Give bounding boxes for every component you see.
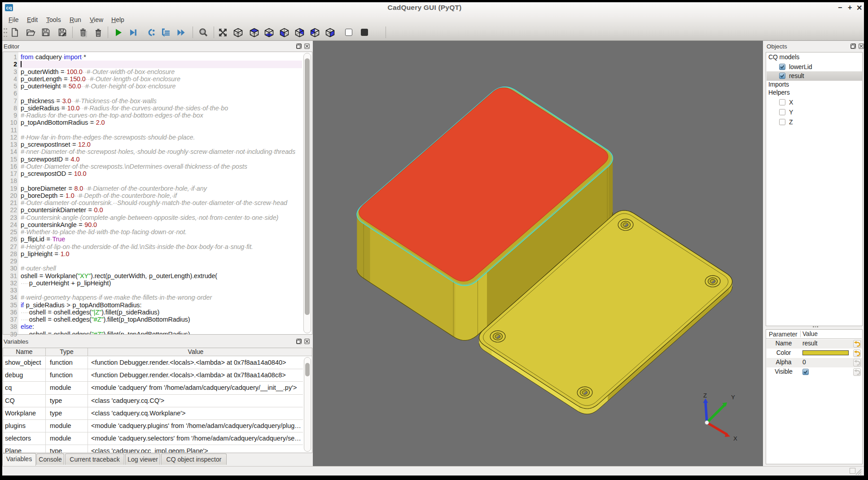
- svg-text:Y: Y: [731, 394, 735, 401]
- svg-text:Z: Z: [703, 392, 707, 399]
- svg-text:X: X: [733, 435, 737, 442]
